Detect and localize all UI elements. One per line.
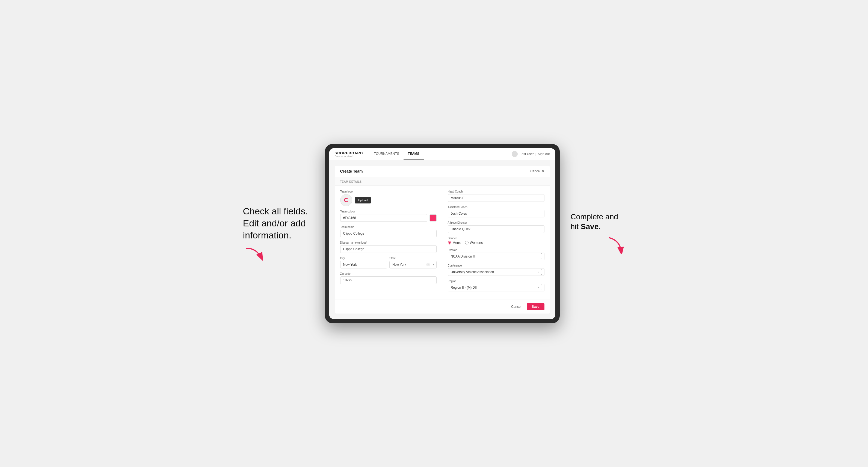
gender-mens-radio[interactable] (448, 241, 451, 244)
display-name-field: Display name (unique) (340, 241, 437, 253)
assistant-coach-input[interactable] (448, 210, 545, 217)
city-field: City (340, 257, 388, 269)
main-content: Create Team Cancel ✕ TEAM DETAILS (329, 160, 555, 319)
pink-arrow-down-icon (603, 235, 625, 254)
sign-out-link[interactable]: Sign out (538, 152, 550, 156)
form-area: Team logo C Upload Team colour (335, 186, 550, 300)
team-logo-label: Team logo (340, 190, 437, 193)
upload-button[interactable]: Upload (355, 197, 371, 204)
section-label: TEAM DETAILS (335, 177, 550, 186)
form-left: Team logo C Upload Team colour (335, 186, 442, 300)
close-button[interactable]: Cancel ✕ (530, 169, 544, 173)
region-chevron-icon: ⌃⌄ (540, 284, 543, 291)
nav-right: Test User | Sign out (512, 151, 550, 157)
division-select[interactable]: NCAA Division III (448, 253, 545, 260)
brand-title: SCOREBOARD (335, 151, 363, 155)
division-select-wrap: NCAA Division III ⌃⌄ (448, 253, 545, 260)
region-field: Region × ⌃⌄ (448, 280, 545, 291)
color-swatch[interactable] (430, 214, 437, 221)
nav-tournaments[interactable]: TOURNAMENTS (369, 149, 403, 159)
tablet-frame: SCOREBOARD Powered by clippd TOURNAMENTS… (325, 144, 560, 323)
right-heading: Complete and hit Save. (571, 212, 625, 232)
user-avatar (512, 151, 518, 157)
zip-input[interactable] (340, 276, 437, 284)
tablet-screen: SCOREBOARD Powered by clippd TOURNAMENTS… (329, 148, 555, 319)
gender-mens-text: Mens (453, 241, 461, 245)
color-field-wrap (340, 214, 437, 222)
conference-select-wrap: × ⌃⌄ (448, 268, 545, 276)
city-label: City (340, 257, 388, 260)
conference-clear-icon[interactable]: × (538, 270, 539, 274)
logo-area: C Upload (340, 194, 437, 206)
state-field: State × ▾ (390, 257, 437, 269)
left-annotation: Check all fields. Edit and/or add inform… (243, 205, 314, 262)
region-clear-icon[interactable]: × (538, 286, 539, 289)
nav-teams[interactable]: TEAMS (404, 149, 424, 159)
division-field: Division NCAA Division III ⌃⌄ (448, 249, 545, 260)
division-chevron-icon: ⌃⌄ (540, 253, 543, 260)
brand: SCOREBOARD Powered by clippd (335, 151, 363, 157)
gender-womens-text: Womens (470, 241, 483, 245)
athletic-director-input[interactable] (448, 225, 545, 233)
athletic-director-field: Athletic Director (448, 221, 545, 233)
pink-arrow-icon (243, 246, 268, 262)
card-title: Create Team (340, 169, 363, 174)
team-name-label: Team name (340, 225, 437, 228)
card-header: Create Team Cancel ✕ (335, 166, 550, 177)
conference-controls: × ⌃⌄ (538, 269, 542, 276)
form-right: Head Coach Assistant Coach Athletic Dire… (442, 186, 550, 300)
display-name-input[interactable] (340, 245, 437, 253)
region-select-wrap: × ⌃⌄ (448, 284, 545, 291)
navbar: SCOREBOARD Powered by clippd TOURNAMENTS… (329, 148, 555, 160)
region-controls: × ⌃⌄ (538, 284, 542, 291)
conference-label: Conference (448, 264, 545, 267)
assistant-coach-label: Assistant Coach (448, 206, 545, 209)
head-coach-input[interactable] (448, 194, 545, 202)
division-controls: ⌃⌄ (540, 253, 543, 260)
right-annotation: Complete and hit Save. (571, 212, 625, 255)
conference-chevron-icon: ⌃⌄ (540, 269, 543, 276)
card-footer: Cancel Save (335, 300, 550, 313)
left-heading: Check all fields. Edit and/or add inform… (243, 205, 314, 242)
team-logo-field: Team logo C Upload (340, 190, 437, 206)
display-name-label: Display name (unique) (340, 241, 437, 244)
gender-womens-label[interactable]: Womens (465, 241, 483, 245)
team-colour-field: Team colour (340, 210, 437, 222)
zip-code-field: Zip code (340, 272, 437, 284)
team-colour-input[interactable] (340, 214, 427, 222)
gender-womens-radio[interactable] (465, 241, 469, 244)
division-label: Division (448, 249, 545, 251)
cancel-button[interactable]: Cancel (508, 303, 524, 310)
athletic-director-label: Athletic Director (448, 221, 545, 224)
save-button[interactable]: Save (527, 303, 544, 310)
state-clear-badge[interactable]: × (426, 263, 430, 266)
assistant-coach-field: Assistant Coach (448, 206, 545, 217)
brand-sub: Powered by clippd (335, 155, 363, 157)
state-select-wrap: × ▾ (390, 261, 437, 269)
cancel-label: Cancel (530, 169, 540, 173)
state-label: State (390, 257, 437, 260)
gender-field: Gender Mens Womens (448, 237, 545, 245)
gender-mens-label[interactable]: Mens (448, 241, 461, 245)
conference-field: Conference × ⌃⌄ (448, 264, 545, 276)
gender-row: Mens Womens (448, 241, 545, 245)
close-icon: ✕ (542, 169, 545, 173)
logo-circle: C (340, 194, 352, 206)
head-coach-field: Head Coach (448, 190, 545, 202)
conference-input[interactable] (448, 268, 545, 276)
region-label: Region (448, 280, 545, 283)
create-team-card: Create Team Cancel ✕ TEAM DETAILS (335, 166, 550, 313)
gender-label: Gender (448, 237, 545, 240)
team-name-field: Team name (340, 225, 437, 237)
zip-label: Zip code (340, 272, 437, 275)
team-colour-label: Team colour (340, 210, 437, 213)
team-name-input[interactable] (340, 230, 437, 237)
user-label: Test User | (520, 152, 535, 156)
city-state-row: City State × ▾ (340, 257, 437, 269)
city-input[interactable] (340, 261, 388, 269)
region-input[interactable] (448, 284, 545, 291)
head-coach-label: Head Coach (448, 190, 545, 193)
nav-links: TOURNAMENTS TEAMS (369, 149, 512, 159)
